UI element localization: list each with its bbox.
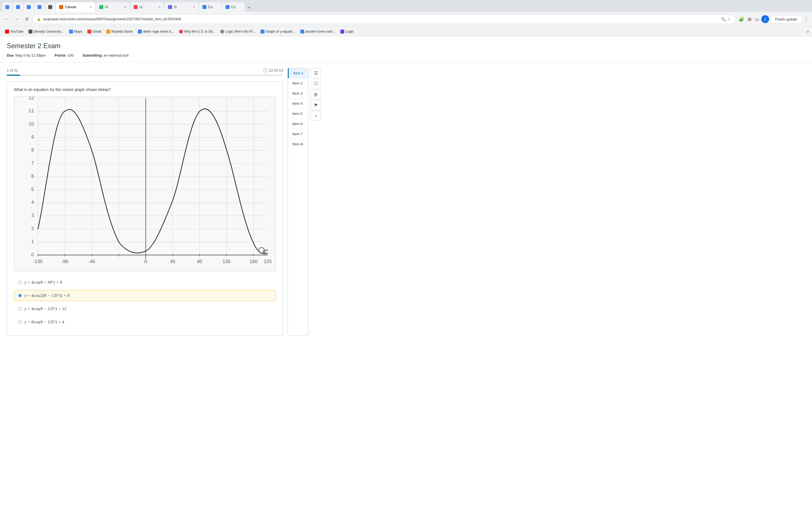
svg-text:°: ° bbox=[266, 249, 267, 253]
more-options-button[interactable]: ⋮ bbox=[803, 15, 809, 23]
back-button[interactable]: ← bbox=[3, 15, 11, 23]
star-icon[interactable]: ☆ bbox=[727, 17, 731, 21]
navigate-tool-button[interactable]: ↗ bbox=[311, 111, 321, 121]
tab-co-2[interactable]: Co bbox=[222, 2, 245, 12]
answer-text-d: y = 8cos(θ − 135°) + 4 bbox=[24, 320, 64, 325]
progress-track bbox=[7, 75, 283, 76]
bookmark-rosetta[interactable]: Rosetta Stone bbox=[104, 29, 135, 34]
info-tool-button[interactable]: ⓘ bbox=[311, 78, 321, 89]
svg-text:7: 7 bbox=[31, 161, 34, 166]
answer-choice-c[interactable]: y = 4cos(θ − 135°) + 12 bbox=[14, 303, 276, 314]
forward-button[interactable]: → bbox=[13, 15, 21, 23]
sidebar-item-6-label: Item 6 bbox=[292, 122, 303, 126]
flag-tool-button[interactable]: ⚑ bbox=[311, 100, 321, 110]
sidebar-item-8[interactable]: Item 8 ‹ bbox=[288, 139, 308, 149]
svg-text:135: 135 bbox=[223, 259, 231, 264]
tab-close-si[interactable]: ✕ bbox=[193, 5, 195, 9]
svg-text:3: 3 bbox=[31, 213, 34, 218]
timer: 🕐 12:10:13 bbox=[263, 68, 283, 72]
quiz-progress-bar: 1 of 21 🕐 12:10:13 bbox=[7, 68, 283, 72]
tab-pinned-1[interactable] bbox=[2, 2, 12, 12]
tab-label-canvas: Canvas bbox=[65, 5, 77, 9]
tab-ur-1[interactable]: Ur ✕ bbox=[96, 2, 130, 12]
tab-canvas-active[interactable]: Canvas ✕ bbox=[56, 2, 95, 12]
sidebar-item-8-label: Item 8 bbox=[292, 142, 303, 146]
bookmark-login[interactable]: Login bbox=[338, 29, 356, 34]
bookmarks-more-button[interactable]: » bbox=[807, 29, 809, 34]
tab-close-canvas[interactable]: ✕ bbox=[89, 5, 92, 9]
omnibox-bar: ← → ↺ 🔒 🔍 ☆ 🧩 ⊞ ▭ I Finish update ⋮ bbox=[0, 12, 812, 26]
answer-choice-d[interactable]: y = 8cos(θ − 135°) + 4 bbox=[14, 317, 276, 328]
question-text: What is an equation for the cosine graph… bbox=[14, 87, 276, 92]
sidebar-item-5[interactable]: Item 5 bbox=[288, 109, 308, 119]
clock-icon: 🕐 bbox=[263, 68, 267, 72]
lens-icon[interactable]: 🔍 bbox=[721, 17, 726, 21]
svg-text:9: 9 bbox=[31, 134, 34, 140]
points-meta: Points 100 bbox=[55, 53, 73, 57]
address-bar[interactable]: 🔒 🔍 ☆ bbox=[33, 14, 735, 24]
page-header: Semester 2 Exam Due May 5 by 11:59pm Poi… bbox=[0, 36, 812, 62]
tab-si[interactable]: Si ✕ bbox=[165, 2, 199, 12]
answer-choice-b[interactable]: y = 4cos[2(θ − 135°)] + 8 bbox=[14, 290, 276, 301]
bookmark-density[interactable]: Density Conversio... bbox=[26, 29, 66, 34]
tab-ur-2[interactable]: Ur ✕ bbox=[130, 2, 164, 12]
browser-chrome: Canvas ✕ Ur ✕ Ur ✕ Si ✕ Co Co + ← bbox=[0, 0, 812, 36]
sidebar-item-1[interactable]: Item 1 bbox=[288, 68, 308, 78]
tab-pinned-2[interactable] bbox=[13, 2, 23, 12]
bookmark-why[interactable]: Why the U.S. Is Sti... bbox=[177, 29, 218, 34]
radio-b[interactable] bbox=[18, 294, 22, 297]
extensions-icon[interactable]: 🧩 bbox=[738, 15, 746, 23]
finish-update-button[interactable]: Finish update bbox=[770, 15, 802, 23]
svg-text:0: 0 bbox=[144, 259, 147, 264]
omnibox-icons: 🔍 ☆ bbox=[721, 17, 731, 21]
bookmark-graph[interactable]: Graph of y equals... bbox=[258, 29, 297, 34]
svg-text:-135: -135 bbox=[33, 259, 43, 264]
new-tab-button[interactable]: + bbox=[245, 4, 253, 12]
sidebar-icon[interactable]: ⊞ bbox=[747, 15, 753, 23]
calculator-tool-button[interactable]: ⊞ bbox=[311, 89, 321, 100]
toolbar-icons: 🧩 ⊞ ▭ I Finish update ⋮ bbox=[738, 15, 809, 23]
bookmark-youtube[interactable]: YouTube bbox=[3, 29, 26, 34]
tab-close-ur1[interactable]: ✕ bbox=[124, 5, 126, 9]
svg-text:4: 4 bbox=[31, 200, 34, 205]
bookmark-logic[interactable]: Logic Men's No Pr... bbox=[218, 29, 258, 34]
sidebar-item-7-label: Item 7 bbox=[292, 132, 303, 136]
bookmark-rome-label: ancient rome nam... bbox=[305, 30, 335, 34]
svg-text:10: 10 bbox=[29, 121, 34, 127]
url-input[interactable] bbox=[43, 17, 719, 21]
sidebar-item-6[interactable]: Item 6 bbox=[288, 119, 308, 129]
submitting-meta: Submitting an external tool bbox=[83, 53, 129, 57]
bookmark-rome[interactable]: ancient rome nam... bbox=[298, 29, 338, 34]
bookmark-dellor-label: dellor rage remix b... bbox=[143, 30, 174, 34]
sidebar-item-2[interactable]: Item 2 bbox=[288, 78, 308, 89]
bookmark-gmail[interactable]: Gmail bbox=[85, 29, 103, 34]
profile-button[interactable]: I bbox=[761, 15, 769, 23]
sidebar-item-3[interactable]: Item 3 bbox=[288, 89, 308, 99]
sidebar-item-1-label: Item 1 bbox=[293, 71, 303, 75]
tab-co-1[interactable]: Co bbox=[199, 2, 221, 12]
panel-icon[interactable]: ▭ bbox=[754, 15, 760, 23]
answer-choice-a[interactable]: y = 4cos(θ − 90°) + 8 bbox=[14, 277, 276, 288]
reload-button[interactable]: ↺ bbox=[23, 15, 30, 23]
bookmark-login-label: Login bbox=[345, 30, 354, 34]
menu-tool-button[interactable]: ☰ bbox=[311, 68, 321, 78]
bookmark-dellor[interactable]: dellor rage remix b... bbox=[136, 29, 176, 34]
timer-value: 12:10:13 bbox=[269, 68, 283, 72]
tab-pinned-4[interactable] bbox=[35, 2, 45, 12]
tab-close-ur2[interactable]: ✕ bbox=[158, 5, 161, 9]
page-title: Semester 2 Exam bbox=[7, 42, 805, 50]
graph-container: 0 1 2 3 4 5 6 7 8 9 10 11 12 - bbox=[14, 96, 276, 271]
sidebar-item-7[interactable]: Item 7 bbox=[288, 129, 308, 139]
sidebar-item-4[interactable]: Item 4 bbox=[288, 99, 308, 109]
due-value: May 5 by 11:59pm bbox=[15, 53, 46, 57]
radio-d[interactable] bbox=[18, 320, 22, 324]
sidebar-item-2-label: Item 2 bbox=[292, 81, 303, 86]
tab-pinned-3[interactable] bbox=[24, 2, 34, 12]
bookmark-youtube-label: YouTube bbox=[10, 30, 23, 34]
svg-text:12: 12 bbox=[29, 97, 34, 101]
tab-pinned-5[interactable] bbox=[45, 2, 55, 12]
radio-a[interactable] bbox=[18, 281, 22, 284]
radio-c[interactable] bbox=[18, 307, 22, 311]
collapse-icon[interactable]: ‹ bbox=[303, 143, 304, 146]
bookmark-maps[interactable]: Maps bbox=[67, 29, 85, 34]
